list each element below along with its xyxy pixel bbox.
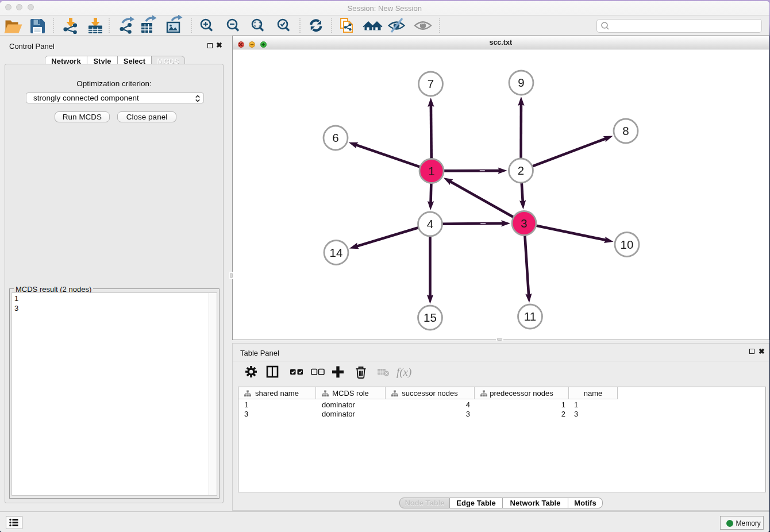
svg-text:7: 7	[428, 77, 434, 90]
svg-text:14: 14	[330, 246, 343, 259]
svg-text:2: 2	[518, 164, 524, 177]
svg-text:f(x): f(x)	[396, 366, 411, 379]
svg-text:4: 4	[427, 217, 433, 230]
svg-text:3: 3	[521, 217, 527, 230]
svg-text:8: 8	[622, 124, 629, 137]
svg-text:1: 1	[428, 164, 434, 178]
svg-text:10: 10	[621, 238, 634, 251]
svg-text:6: 6	[332, 131, 338, 144]
svg-text:9: 9	[518, 76, 524, 89]
svg-text:15: 15	[424, 311, 437, 324]
svg-text:11: 11	[524, 310, 536, 323]
